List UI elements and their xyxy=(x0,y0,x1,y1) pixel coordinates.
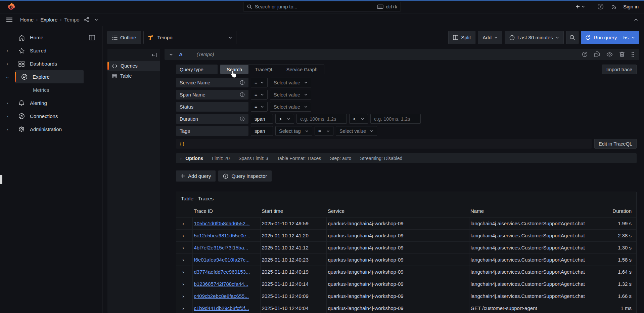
add-button[interactable]: Add xyxy=(478,31,502,44)
news-button[interactable] xyxy=(610,2,618,11)
search-input[interactable]: Search or jump to... ctrl+k xyxy=(243,2,401,11)
duration-lt-operator-select[interactable]: < xyxy=(349,114,368,124)
row-expander[interactable]: › xyxy=(176,278,192,290)
trace-id-link[interactable]: c409cb2ebc8e8fac655... xyxy=(194,293,249,299)
col-service[interactable]: Service xyxy=(326,206,469,218)
row-expander[interactable]: › xyxy=(176,242,192,254)
remove-query-icon[interactable] xyxy=(619,51,625,57)
sign-in-button[interactable]: Sign in xyxy=(623,4,639,9)
query-help-icon[interactable] xyxy=(582,51,588,57)
grafana-logo-icon[interactable] xyxy=(7,2,16,11)
filter-row-span-name: Span Name = Select value xyxy=(176,90,639,100)
col-start-time[interactable]: Start time xyxy=(260,206,326,218)
duration-cell: 1.58 s xyxy=(607,254,636,266)
sidebar-item-dashboards[interactable]: › Dashboards xyxy=(0,57,102,70)
service-name-operator-select[interactable]: = xyxy=(251,78,268,87)
zoom-out-icon xyxy=(569,35,575,40)
zoom-out-button[interactable] xyxy=(566,31,579,44)
run-query-label: Run query xyxy=(594,35,617,40)
table-panel-title: Table - Traces xyxy=(176,192,636,206)
tab-traceql[interactable]: TraceQL xyxy=(248,65,280,74)
trace-id-link[interactable]: 105bc1d0f058dad6552... xyxy=(194,221,250,226)
chevron-down-icon xyxy=(582,5,585,8)
hide-response-icon[interactable] xyxy=(606,52,613,57)
outline-toggle-button[interactable]: Outline xyxy=(107,31,141,44)
duration-scope-select[interactable]: span xyxy=(251,114,273,124)
filter-row-tags: Tags span Select tag = xyxy=(176,126,639,136)
duration-cell: 1.66 s xyxy=(607,290,636,302)
duplicate-query-icon[interactable] xyxy=(594,51,600,57)
breadcrumb-explore[interactable]: Explore xyxy=(40,17,57,23)
tags-scope-select[interactable]: span xyxy=(251,126,273,136)
collapse-top-button[interactable] xyxy=(633,17,639,23)
sidebar-item-metrics[interactable]: Metrics xyxy=(0,83,102,96)
chevron-down-icon: ⌄ xyxy=(6,74,9,79)
duration-gt-operator-select[interactable]: > xyxy=(275,114,294,124)
trace-id-link[interactable]: d3774aefdd7ee969153... xyxy=(194,269,250,275)
hamburger-icon xyxy=(6,17,13,23)
trace-id-link[interactable]: b123685742f788cfa44... xyxy=(194,281,248,287)
sidebar-item-explore[interactable]: ⌄ Explore xyxy=(0,70,102,83)
row-expander[interactable]: › xyxy=(176,290,192,302)
shortlink-options-button[interactable] xyxy=(93,17,99,22)
drag-handle-icon[interactable] xyxy=(631,52,635,57)
span-name-operator-select[interactable]: = xyxy=(251,90,268,100)
edit-in-traceql-button[interactable]: Edit in TraceQL xyxy=(594,139,637,149)
row-expander[interactable]: › xyxy=(176,302,192,313)
filter-row-status: Status = Select value xyxy=(176,102,639,112)
chevron-down-icon xyxy=(361,118,364,120)
tab-search[interactable]: Search xyxy=(220,65,248,74)
trace-id-link[interactable]: f6e01afea94e010fa27c... xyxy=(194,257,250,263)
tag-value-select[interactable]: Select value xyxy=(336,126,377,136)
breadcrumb-home[interactable]: Home xyxy=(20,17,34,23)
row-expander[interactable]: › xyxy=(176,266,192,278)
status-value-select[interactable]: Select value xyxy=(270,102,311,112)
status-operator-select[interactable]: = xyxy=(251,102,268,112)
table-row: › f6e01afea94e010fa27c... 2025-01-10 12:… xyxy=(176,254,636,266)
sidebar-item-connections[interactable]: › Connections xyxy=(0,110,102,123)
dock-menu-button[interactable] xyxy=(88,34,96,42)
sidebar-item-administration[interactable]: › Administration xyxy=(0,123,102,136)
sidebar-item-home[interactable]: Home xyxy=(0,31,102,44)
share-shortlink-button[interactable] xyxy=(82,15,91,24)
query-row-header[interactable]: A (Tempo) xyxy=(165,49,639,60)
row-expander[interactable]: › xyxy=(176,230,192,242)
row-expander[interactable]: › xyxy=(176,254,192,266)
chevron-down-icon xyxy=(261,93,264,96)
mega-menu-toggle[interactable] xyxy=(5,16,14,24)
query-options-toggle[interactable]: › Options Limit: 20 Spans Limit: 3 Table… xyxy=(176,153,637,163)
col-duration[interactable]: Duration xyxy=(607,206,636,218)
row-expander[interactable]: › xyxy=(176,218,192,230)
run-query-button[interactable]: Run query 5s xyxy=(581,31,639,44)
tag-operator-select[interactable]: = xyxy=(315,126,333,136)
duration-min-input[interactable] xyxy=(296,114,347,124)
time-range-picker[interactable]: Last 30 minutes xyxy=(505,31,564,44)
datasource-picker[interactable]: Tempo xyxy=(143,31,236,44)
trace-id-link[interactable]: 4bf7ef2e315cf73f15ba... xyxy=(194,245,248,250)
span-name-value-select[interactable]: Select value xyxy=(270,90,311,100)
code-brackets-icon xyxy=(112,64,117,68)
refresh-interval-value[interactable]: 5s xyxy=(623,35,629,40)
sidebar-item-alerting[interactable]: › Alerting xyxy=(0,96,102,110)
query-ref-id[interactable]: A xyxy=(179,51,183,57)
help-button[interactable] xyxy=(596,2,605,11)
outline-item-table[interactable]: Table xyxy=(107,71,160,81)
add-query-button[interactable]: Add query xyxy=(176,170,216,182)
import-trace-button[interactable]: Import trace xyxy=(602,65,637,74)
name-cell: langchain4j.aiservices.CustomerSupportAg… xyxy=(469,230,607,242)
trace-id-link[interactable]: 5c12c5bea9811d55e0e... xyxy=(194,233,250,238)
duration-max-input[interactable] xyxy=(370,114,421,124)
rss-icon xyxy=(611,4,617,10)
tab-service-graph[interactable]: Service Graph xyxy=(280,65,324,74)
new-menu-button[interactable] xyxy=(574,3,586,10)
sidebar-item-starred[interactable]: › Starred xyxy=(0,44,102,57)
col-trace-id[interactable]: Trace ID xyxy=(192,206,260,218)
collapse-outline-button[interactable] xyxy=(151,53,157,57)
trace-id-link[interactable]: c1b9d441db29cb8fcf5f... xyxy=(194,305,249,311)
col-name[interactable]: Name xyxy=(469,206,607,218)
outline-item-queries[interactable]: Queries xyxy=(107,61,160,71)
service-name-value-select[interactable]: Select value xyxy=(270,78,311,87)
query-inspector-button[interactable]: Query inspector xyxy=(218,170,272,182)
split-button[interactable]: Split xyxy=(448,31,475,44)
tag-name-select[interactable]: Select tag xyxy=(275,126,312,136)
